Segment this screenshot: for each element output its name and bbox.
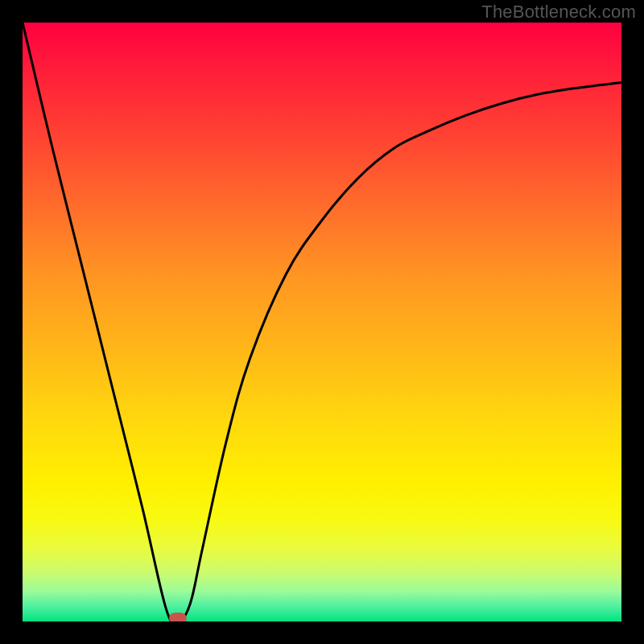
bottleneck-curve-path bbox=[23, 23, 621, 621]
curve-svg bbox=[23, 23, 621, 621]
minimum-marker bbox=[169, 613, 187, 621]
chart-frame: TheBottleneck.com bbox=[0, 0, 644, 644]
attribution-text: TheBottleneck.com bbox=[481, 2, 636, 23]
plot-area bbox=[23, 23, 621, 621]
